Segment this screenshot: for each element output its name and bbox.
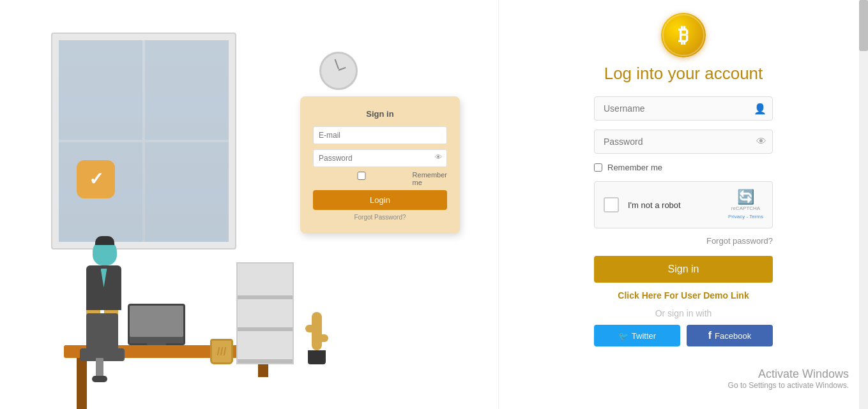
chair-back (86, 313, 118, 352)
or-text: Or sign in with (655, 308, 712, 318)
cactus-arm-left (305, 325, 318, 332)
shelf-2 (238, 327, 293, 331)
shelf-3 (238, 359, 293, 363)
demo-link[interactable]: Click Here For User Demo Link (618, 290, 749, 301)
recaptcha-label: I'm not a robot (628, 200, 728, 210)
signin-card-password[interactable] (313, 149, 447, 167)
bookshelf (236, 262, 294, 364)
left-panel: Sign in 👁 Remember me Login Forgot Passw… (0, 0, 498, 409)
chair (77, 313, 128, 377)
shelf-1 (238, 295, 293, 299)
illustration: Sign in 👁 Remember me Login Forgot Passw… (26, 20, 473, 390)
monitor (128, 304, 185, 345)
recaptcha-checkbox[interactable] (604, 197, 619, 212)
recaptcha-arrows-icon: 🔄 (737, 190, 754, 204)
clock-icon (319, 52, 358, 90)
chair-leg (96, 358, 103, 377)
social-buttons: 🐦 Twitter f Facebook (594, 325, 773, 346)
signin-card-remember[interactable] (313, 172, 410, 180)
facebook-button[interactable]: f Facebook (687, 325, 773, 346)
cactus (308, 312, 326, 364)
twitter-button[interactable]: 🐦 Twitter (594, 325, 680, 346)
scrollbar-thumb[interactable] (859, 0, 868, 51)
eye-icon[interactable]: 👁 (756, 136, 766, 147)
chair-wheel (92, 376, 107, 382)
cactus-body (312, 312, 322, 350)
recaptcha-box[interactable]: I'm not a robot 🔄 reCAPTCHA Privacy - Te… (594, 181, 773, 228)
right-panel: Log into your account 👤 👁 Remember me I'… (498, 0, 868, 409)
facebook-icon: f (708, 330, 712, 341)
person-torso (86, 265, 121, 310)
checkmark-bubble (77, 160, 115, 198)
signin-card-email[interactable] (313, 126, 447, 144)
bitcoin-logo (661, 13, 706, 57)
password-field-group: 👁 (594, 130, 773, 154)
recaptcha-brand: reCAPTCHA (731, 205, 760, 212)
twitter-icon: 🐦 (618, 331, 628, 341)
cactus-pot (308, 350, 326, 364)
cactus-arm-right (316, 334, 328, 342)
scrollbar[interactable] (859, 0, 868, 409)
monitor-screen (130, 306, 183, 337)
person-tie (101, 269, 107, 288)
signin-card-remember-label: Remember me (413, 171, 447, 186)
person-hair (95, 236, 114, 245)
username-input[interactable] (594, 96, 773, 121)
page-title: Log into your account (604, 64, 763, 84)
eye-icon-small: 👁 (435, 153, 442, 161)
recaptcha-links[interactable]: Privacy - Terms (728, 214, 763, 219)
signin-card-title: Sign in (313, 109, 447, 119)
username-field-group: 👤 (594, 96, 773, 121)
remember-checkbox[interactable] (594, 163, 602, 172)
bitcoin-icon (661, 13, 706, 57)
user-icon: 👤 (754, 103, 766, 115)
person-head (93, 239, 117, 265)
remember-row: Remember me (594, 163, 773, 172)
remember-label: Remember me (607, 163, 662, 172)
trash-bin (210, 339, 233, 364)
signin-button[interactable]: Sign in (594, 256, 773, 283)
recaptcha-logo: 🔄 reCAPTCHA Privacy - Terms (728, 190, 763, 219)
password-input[interactable] (594, 130, 773, 154)
desk-scene (26, 198, 345, 390)
forgot-password-link[interactable]: Forgot password? (594, 236, 773, 246)
